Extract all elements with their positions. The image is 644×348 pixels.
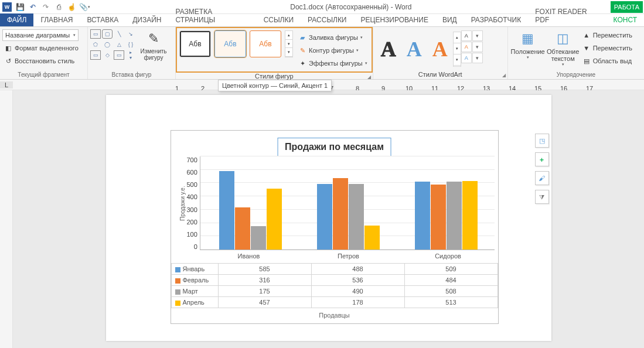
- legend-swatch: [175, 289, 180, 295]
- text-fill-icon[interactable]: A: [461, 30, 472, 41]
- change-shape-button[interactable]: ✎ Изменить фигуру: [136, 28, 171, 62]
- y-axis-label: Продажи у.е.: [178, 156, 187, 250]
- tab-design[interactable]: ДИЗАЙН: [125, 13, 168, 26]
- selector-value: Название диаграммы: [5, 32, 70, 39]
- shape-fill-icon: ▰: [298, 33, 306, 42]
- tab-references[interactable]: ССЫЛКИ: [257, 13, 301, 26]
- dialog-launcher-icon[interactable]: ◢: [367, 74, 371, 80]
- style-tooltip: Цветной контур — Синий, Акцент 1: [218, 80, 332, 91]
- undo-icon[interactable]: ↶: [28, 2, 38, 12]
- shape-style-preset-3[interactable]: Абв: [250, 30, 281, 57]
- shape-effects-button[interactable]: ✦Эффекты фигуры▾: [297, 57, 369, 69]
- bar: [462, 181, 478, 250]
- wordart-mini-controls[interactable]: A▾ A▾ A▾: [461, 30, 483, 63]
- bring-forward-icon: ▲: [582, 31, 591, 39]
- ribbon-tabs: ФАЙЛ ГЛАВНАЯ ВСТАВКА ДИЗАЙН РАЗМЕТКА СТР…: [0, 14, 644, 27]
- chart-side-buttons: ◳ ＋ 🖌 ⧩: [535, 134, 549, 204]
- bar: [447, 182, 462, 250]
- bar: [219, 171, 234, 250]
- wordart-preset-1[interactable]: A: [376, 37, 401, 62]
- horizontal-ruler[interactable]: L Цветной контур — Синий, Акцент 1 12345…: [0, 80, 644, 90]
- chart-object[interactable]: Продажи по месяцам Продажи у.е. 70060050…: [171, 130, 499, 324]
- text-outline-icon[interactable]: A: [461, 42, 472, 52]
- chart-element-selector[interactable]: Название диаграммы▾: [2, 29, 79, 41]
- tab-foxit[interactable]: FOXIT READER PDF: [528, 5, 606, 26]
- group-current-fragment: Название диаграммы▾ ◧ Формат выделенного…: [0, 27, 88, 79]
- chart-title[interactable]: Продажи по месяцам: [277, 138, 391, 156]
- wrap-text-button[interactable]: ◫ Обтекание текстом▾: [546, 28, 581, 68]
- shape-outline-button[interactable]: ✎Контур фигуры▾: [297, 45, 369, 56]
- reset-style-button[interactable]: ↺ Восстановить стиль: [2, 55, 85, 67]
- tab-file[interactable]: ФАЙЛ: [0, 13, 33, 26]
- quick-access-toolbar: W 💾 ↶ ↷ ⎙ ☝ 📎▾: [0, 2, 91, 12]
- bar-group: [402, 181, 490, 250]
- send-backward-button[interactable]: ▼Переместить: [581, 42, 634, 54]
- position-button[interactable]: ▦ Положение▾: [510, 28, 546, 61]
- shape-fill-button[interactable]: ▰Заливка фигуры▾: [297, 32, 369, 43]
- group-arrange: ▦ Положение▾ ◫ Обтекание текстом▾ ▲Перем…: [508, 27, 644, 79]
- table-row: Январь585488509: [171, 264, 498, 275]
- dialog-launcher-icon[interactable]: ◢: [502, 73, 506, 78]
- attach-icon[interactable]: 📎▾: [80, 2, 89, 12]
- wordart-gallery-scroll[interactable]: ▴▾▾: [453, 32, 461, 67]
- group-label: Текущий фрагмент: [0, 71, 87, 79]
- bar: [349, 184, 364, 250]
- layout-options-button[interactable]: ◳: [535, 134, 549, 148]
- table-row: Апрель457178513: [171, 297, 498, 308]
- funnel-icon: ⧩: [539, 193, 544, 201]
- quick-print-icon[interactable]: ⎙: [54, 2, 63, 12]
- tab-developer[interactable]: РАЗРАБОТЧИК: [464, 13, 529, 26]
- position-icon: ▦: [519, 29, 537, 48]
- brush-icon: 🖌: [539, 175, 545, 182]
- bar: [251, 226, 266, 250]
- touch-mode-icon[interactable]: ☝: [67, 2, 76, 12]
- bar: [415, 182, 430, 250]
- shape-outline-icon: ✎: [298, 46, 306, 54]
- tab-home[interactable]: ГЛАВНАЯ: [33, 13, 80, 26]
- redo-icon[interactable]: ↷: [41, 2, 50, 12]
- bar: [333, 178, 348, 250]
- change-shape-icon: ✎: [144, 29, 163, 48]
- group-label: Стили WordArt◢: [373, 71, 507, 79]
- tab-mailings[interactable]: РАССЫЛКИ: [301, 13, 353, 26]
- ribbon: Название диаграммы▾ ◧ Формат выделенного…: [0, 27, 644, 80]
- shape-style-preset-2[interactable]: Абв: [214, 30, 246, 57]
- bar: [267, 189, 282, 250]
- tab-view[interactable]: ВИД: [435, 13, 464, 26]
- wordart-preset-2[interactable]: A: [401, 37, 427, 62]
- chart-filters-button[interactable]: ⧩: [535, 190, 549, 204]
- tab-layout[interactable]: РАЗМЕТКА СТРАНИЦЫ: [169, 5, 257, 26]
- bar: [235, 207, 250, 250]
- style-gallery-scroll[interactable]: ▴▾▾: [285, 30, 293, 57]
- selection-pane-button[interactable]: ▤Область выд: [581, 55, 634, 67]
- plus-icon: ＋: [539, 155, 545, 164]
- chart-data-table: Январь585488509Февраль316536484Март17549…: [171, 263, 498, 308]
- text-effects-icon[interactable]: A: [461, 53, 472, 63]
- group-insert-shapes: ▭▢╲↘ ⬠◯△{ } ▭◇▭▸▾ ✎ Изменить фигуру Вста…: [88, 27, 176, 79]
- group-label: Упорядочение: [508, 71, 644, 79]
- legend-swatch: [175, 278, 180, 284]
- word-app-icon: W: [2, 2, 12, 12]
- y-axis: 7006005004003002001000: [187, 156, 200, 250]
- document-page: Продажи по месяцам Продажи у.е. 70060050…: [106, 95, 551, 341]
- shape-effects-icon: ✦: [298, 59, 306, 67]
- tab-insert[interactable]: ВСТАВКА: [80, 13, 125, 26]
- x-axis-labels: ИвановПетровСидоров: [199, 250, 498, 262]
- legend-swatch: [175, 267, 180, 272]
- wordart-preset-3[interactable]: A: [427, 37, 453, 62]
- page-area[interactable]: Продажи по месяцам Продажи у.е. 70060050…: [13, 90, 644, 348]
- chart-elements-button[interactable]: ＋: [535, 152, 549, 166]
- send-backward-icon: ▼: [582, 44, 591, 52]
- tab-context[interactable]: КОНСТ: [606, 13, 644, 26]
- x-axis-title: Продавцы: [171, 308, 498, 323]
- format-selection-button[interactable]: ◧ Формат выделенного: [2, 42, 85, 54]
- chart-styles-button[interactable]: 🖌: [535, 171, 549, 185]
- bring-forward-button[interactable]: ▲Переместить: [581, 29, 634, 41]
- bar: [364, 226, 380, 250]
- shape-gallery[interactable]: ▭▢╲↘ ⬠◯△{ } ▭◇▭▸▾: [90, 28, 136, 60]
- tab-review[interactable]: РЕЦЕНЗИРОВАНИЕ: [354, 13, 435, 26]
- bar: [317, 184, 332, 250]
- shape-style-preset-1[interactable]: Абв: [179, 30, 211, 57]
- vertical-ruler[interactable]: [0, 90, 13, 348]
- save-icon[interactable]: 💾: [15, 2, 25, 12]
